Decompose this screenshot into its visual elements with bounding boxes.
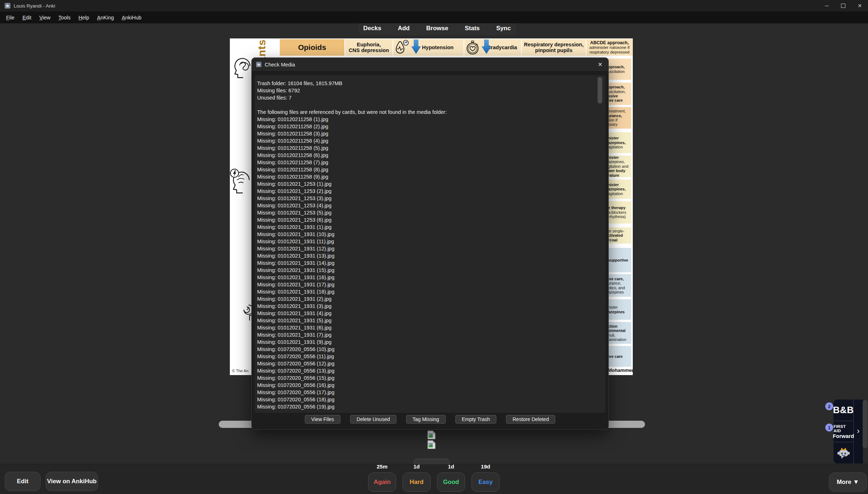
toolbar-item[interactable]: Stats: [465, 25, 480, 32]
answer-bar-notch[interactable]: [414, 459, 450, 464]
toolbar-item[interactable]: Decks: [363, 25, 381, 32]
dialog-close-button[interactable]: ✕: [597, 61, 604, 68]
card-right-cell-line: treatment,: [608, 109, 631, 113]
missing-file-line: Missing: 01072020_0556 (13).jpg: [257, 367, 605, 374]
answer-button[interactable]: Hard: [403, 472, 431, 492]
card-right-cell-line: rcoal: [608, 238, 631, 242]
missing-file-line: Missing: 01072020_0556 (17).jpg: [257, 389, 605, 396]
more-button[interactable]: More ▼: [829, 472, 867, 492]
card-header-label: Hypotension: [422, 45, 454, 50]
card-right-cell: supportive: [607, 248, 631, 272]
media-stat-line: Trash folder: 16104 files, 1815.97MB: [257, 80, 605, 87]
anki-app-icon: [5, 3, 10, 9]
card-right-cell-line: a-blockers: [608, 210, 631, 214]
missing-file-line: Missing: 01072020_0556 (12).jpg: [257, 360, 605, 367]
dialog-action-button[interactable]: Empty Trash: [455, 415, 497, 424]
dialog-action-button[interactable]: Tag Missing: [406, 415, 446, 424]
firstaid-count-badge: 1: [825, 424, 833, 431]
edit-button[interactable]: Edit: [5, 472, 41, 491]
missing-file-line: Missing: 01012021_1253 (5).jpg: [257, 209, 605, 216]
toolbar-item[interactable]: Add: [398, 25, 410, 32]
droplet-gauge-icon: [394, 40, 421, 55]
card-right-cell-line: azepines,: [608, 140, 631, 145]
menu-item[interactable]: File: [2, 15, 18, 20]
menu-item[interactable]: Tools: [55, 15, 75, 20]
dialog-action-button[interactable]: Restore Deleted: [506, 415, 555, 424]
card-right-cell-line: uscitation,: [608, 89, 631, 94]
missing-file-line: Missing: 01072020_0556 (18).jpg: [257, 396, 605, 403]
dialog-titlebar[interactable]: Check Media ✕: [252, 58, 608, 71]
svg-text:★: ★: [840, 452, 843, 455]
card-right-cell-line: agitation: [608, 145, 631, 149]
robot-crown-icon: ★★: [836, 446, 851, 460]
missing-file-line: Missing: 01072020_0556 (15).jpg: [257, 374, 605, 382]
answer-button[interactable]: Again: [368, 472, 396, 492]
missing-file-line: Missing: 010120211258 (5).jpg: [257, 144, 605, 152]
card-right-cell-line: ive care: [608, 98, 631, 102]
missing-file-line: Missing: 01012021_1931 (9).jpg: [257, 338, 605, 346]
missing-file-line: Missing: 01012021_1931 (16).jpg: [257, 274, 605, 281]
missing-file-line: Missing: 01012021_1931 (3).jpg: [257, 303, 605, 310]
missing-file-line: Missing: 01072020_0556 (10).jpg: [257, 346, 605, 353]
missing-file-line: Missing: 01012021_1931 (5).jpg: [257, 317, 605, 324]
card-right-cell-line: agitation: [608, 191, 631, 196]
side-panel-collapse-chevron[interactable]: ›: [853, 400, 863, 463]
vertical-scrollbar-thumb[interactable]: [863, 400, 868, 448]
check-media-dialog: Check Media ✕ Trash folder: 16104 files,…: [251, 57, 609, 430]
dialog-action-button[interactable]: Delete Unused: [350, 415, 396, 424]
view-on-ankihub-button[interactable]: View on AnkiHub: [46, 472, 98, 491]
card-right-cell-line: rature: [608, 173, 631, 177]
stopwatch-heart-icon: [465, 40, 491, 55]
card-right-cell: nisterazepines,gitation andwer bodyratur…: [607, 156, 631, 177]
card-header-label: Respiratory depression, pinpoint pupils: [524, 42, 584, 53]
card-right-cell-line: nister: [608, 305, 631, 309]
answer-column: 1d Hard: [403, 463, 431, 492]
card-right-cell-line: onmental: [608, 328, 631, 333]
firstaid-forward-button[interactable]: FIRST AID Forward: [834, 421, 853, 443]
missing-file-line: Missing: 010120211258 (1).jpg: [257, 116, 605, 123]
card-right-cell-line: rrhythmia): [608, 214, 631, 219]
dialog-scrollbar-thumb[interactable]: [598, 77, 602, 103]
window-title: Louis Ryandi - Anki: [14, 3, 55, 9]
card-right-cell-line: nuli,: [608, 333, 631, 337]
card-right-cell-line: uscitation: [608, 69, 631, 74]
media-report-panel: Trash folder: 16104 files, 1815.97MBMiss…: [255, 75, 605, 413]
answer-column: 19d Easy: [472, 463, 500, 492]
missing-file-line: Missing: 01012021_1931 (18).jpg: [257, 288, 605, 295]
missing-file-line: Missing: 01012021_1253 (1).jpg: [257, 180, 605, 188]
missing-file-line: Missing: 01012021_1253 (2).jpg: [257, 188, 605, 195]
missing-file-line: Missing: 01012021_1931 (12).jpg: [257, 245, 605, 252]
dialog-button-row: View FilesDelete UnusedTag MissingEmpty …: [252, 415, 608, 424]
toolbar-item[interactable]: Browse: [426, 25, 448, 32]
svg-text:★: ★: [844, 452, 846, 455]
bb-resource-button[interactable]: B&B: [834, 400, 853, 421]
bb-label: B&B: [833, 405, 854, 416]
minimize-button[interactable]: [818, 0, 835, 11]
menu-item[interactable]: AnKing: [93, 15, 118, 20]
broken-image-icon: [427, 430, 436, 439]
toolbar-item[interactable]: Sync: [496, 25, 511, 32]
menu-item[interactable]: View: [35, 15, 54, 20]
missing-file-line: Missing: 010120211258 (9).jpg: [257, 173, 605, 180]
menu-item[interactable]: Edit: [18, 15, 35, 20]
answer-button[interactable]: Good: [437, 472, 465, 492]
card-header-label: Opioids: [298, 45, 326, 50]
robot-chat-button[interactable]: ★★: [834, 442, 853, 463]
missing-file-line: Missing: 010120211258 (3).jpg: [257, 130, 605, 137]
menu-item[interactable]: Help: [74, 15, 93, 20]
answer-button[interactable]: Easy: [472, 472, 500, 492]
close-button[interactable]: ✕: [851, 0, 868, 11]
missing-file-line: Missing: 01012021_1931 (6).jpg: [257, 324, 605, 331]
side-panel-cells: B&B FIRST AID Forward ★★: [834, 400, 853, 463]
menu-item[interactable]: AnkiHub: [118, 15, 145, 20]
media-stats: Trash folder: 16104 files, 1815.97MBMiss…: [257, 80, 605, 101]
missing-file-line: Missing: 01072020_0556 (11).jpg: [257, 353, 605, 360]
card-header-label: ABCDE approach,: [590, 41, 629, 45]
maximize-button[interactable]: [835, 0, 851, 11]
card-right-cell-line: ive care,: [608, 277, 631, 281]
card-right-cell: ive care: [607, 346, 631, 367]
card-header-cell: Bradycardia: [464, 39, 521, 56]
answer-interval-label: 25m: [377, 463, 387, 471]
dialog-action-button[interactable]: View Files: [305, 415, 341, 424]
card-right-cell: nisterazepines,agitation: [607, 180, 631, 199]
